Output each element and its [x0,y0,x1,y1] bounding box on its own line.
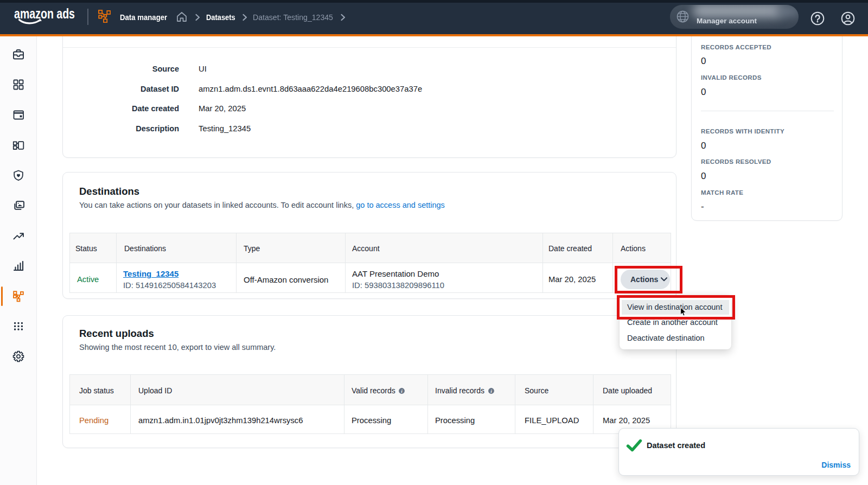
svg-text:amazon ads: amazon ads [14,6,75,21]
